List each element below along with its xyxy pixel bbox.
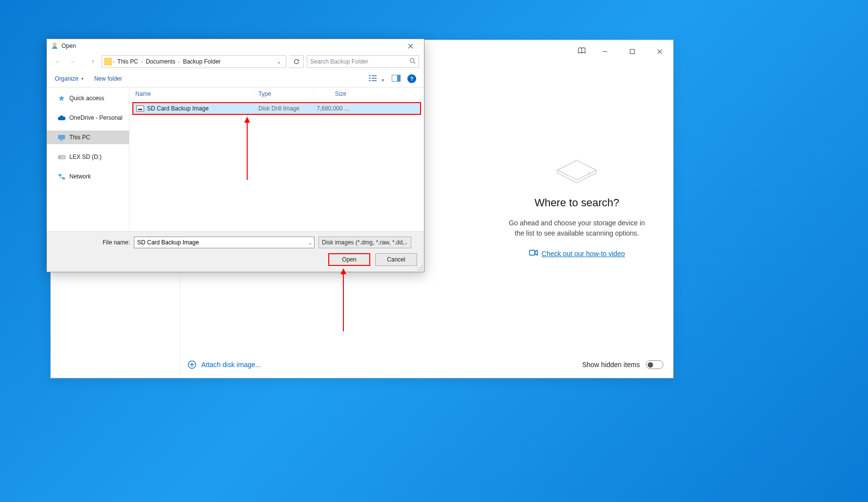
svg-rect-23 (60, 140, 63, 141)
breadcrumb[interactable]: › This PC › Documents › Backup Folder ⌄ (102, 55, 286, 68)
annotation-arrow-2 (343, 269, 344, 331)
bc-backup[interactable]: Backup Folder (181, 58, 222, 65)
column-size[interactable]: Size (314, 90, 351, 97)
star-icon (58, 94, 65, 102)
dialog-close-button[interactable] (401, 40, 420, 52)
file-row[interactable]: ▬ SD Card Backup Image Disk Drill Image … (132, 102, 421, 115)
organize-button[interactable]: Organize ▼ (55, 75, 85, 82)
plus-circle-icon (188, 360, 196, 369)
network-icon (58, 173, 65, 180)
svg-point-12 (410, 59, 414, 63)
refresh-button[interactable] (289, 55, 304, 68)
minimize-button[interactable] (596, 44, 614, 59)
attach-disk-image-button[interactable]: Attach disk image... (188, 360, 261, 369)
dialog-toolbar: Organize ▼ New folder ▼ ? (47, 70, 424, 87)
svg-rect-26 (59, 174, 62, 176)
sidebar-item-onedrive[interactable]: OneDrive - Personal (47, 111, 129, 125)
chevron-down-icon[interactable]: ⌄ (308, 240, 312, 245)
where-title: Where to search? (534, 196, 619, 209)
cancel-button[interactable]: Cancel (375, 253, 417, 266)
drive-icon (552, 151, 601, 185)
file-type: Disk Drill Image (255, 105, 315, 112)
book-icon[interactable] (577, 46, 586, 57)
sidebar-item-quickaccess[interactable]: Quick access (47, 91, 129, 105)
svg-rect-5 (529, 250, 535, 255)
svg-rect-14 (369, 75, 371, 76)
file-list: Name Type Size ▬ SD Card Backup Image Di… (129, 87, 424, 231)
newfolder-button[interactable]: New folder (94, 75, 122, 82)
svg-rect-19 (372, 80, 377, 81)
svg-rect-15 (372, 75, 377, 76)
search-input[interactable]: Search Backup Folder (307, 55, 419, 68)
view-list-icon[interactable]: ▼ (369, 75, 385, 83)
preview-pane-icon[interactable] (392, 75, 401, 83)
dialog-footer: File name: SD Card Backup Image ⌄ Disk i… (47, 231, 424, 272)
howto-link[interactable]: Check out our how-to video (542, 250, 625, 258)
file-size: 7,680,000 ... (315, 105, 349, 112)
search-icon (409, 58, 416, 65)
file-name: SD Card Backup Image (147, 105, 209, 112)
svg-point-33 (418, 269, 419, 270)
svg-point-28 (422, 265, 423, 266)
dialog-nav: ← → ↑ › This PC › Documents › Backup Fol… (47, 53, 424, 70)
annotation-arrow-1 (247, 117, 248, 180)
help-icon[interactable]: ? (407, 74, 416, 83)
bc-thispc[interactable]: This PC (115, 58, 140, 65)
svg-rect-16 (369, 78, 371, 79)
nav-back-button[interactable]: ← (52, 56, 64, 67)
svg-rect-17 (372, 78, 377, 79)
dialog-sidebar: Quick access OneDrive - Personal This PC… (47, 87, 129, 231)
sidebar-item-network[interactable]: Network (47, 170, 129, 183)
filename-input[interactable]: SD Card Backup Image ⌄ (134, 237, 315, 248)
video-icon (529, 249, 538, 258)
pc-icon (58, 133, 65, 141)
search-placeholder: Search Backup Folder (310, 58, 368, 65)
right-panel: Where to search? Go ahead and choose you… (481, 63, 673, 378)
filetype-filter[interactable]: Disk images (*.dmg, *.raw, *.dd, ⌄ (318, 237, 411, 248)
svg-line-13 (414, 62, 415, 64)
svg-rect-25 (59, 156, 61, 158)
show-hidden-toggle[interactable] (646, 360, 663, 369)
diskimage-icon: ▬ (136, 106, 144, 111)
sidebar-item-lexsd[interactable]: LEX SD (D:) (47, 150, 129, 164)
nav-up-button[interactable]: ↑ (87, 56, 99, 67)
svg-point-30 (420, 267, 421, 268)
svg-point-32 (420, 269, 421, 270)
attach-label: Attach disk image... (201, 361, 261, 369)
svg-point-4 (588, 173, 590, 175)
breadcrumb-dropdown[interactable]: ⌄ (274, 58, 284, 65)
sd-icon (58, 153, 65, 161)
svg-rect-18 (369, 80, 371, 81)
cloud-icon (58, 114, 65, 122)
close-button[interactable] (651, 44, 668, 59)
folder-icon (104, 58, 112, 65)
svg-point-29 (422, 267, 423, 268)
maximize-button[interactable] (623, 44, 641, 59)
dialog-titlebar: Open (47, 39, 424, 53)
svg-rect-21 (397, 75, 401, 81)
nav-forward-button[interactable]: → (66, 56, 78, 67)
svg-point-9 (53, 43, 57, 46)
svg-rect-27 (62, 177, 65, 179)
filename-label: File name: (54, 239, 130, 246)
open-dialog: Open ← → ↑ › This PC › Documents › Backu… (46, 39, 424, 272)
sidebar-item-thispc[interactable]: This PC (47, 131, 129, 144)
column-type[interactable]: Type (254, 90, 314, 97)
column-name[interactable]: Name (129, 90, 254, 97)
svg-rect-1 (630, 49, 635, 54)
app-icon (51, 42, 59, 50)
open-button[interactable]: Open (328, 253, 370, 266)
svg-rect-22 (58, 135, 65, 139)
where-desc: Go ahead and choose your storage device … (506, 218, 648, 239)
bc-documents[interactable]: Documents (144, 58, 177, 65)
dialog-title: Open (62, 43, 76, 49)
resize-grip[interactable] (417, 265, 423, 271)
hidden-label: Show hidden items (582, 361, 640, 369)
svg-point-31 (422, 269, 423, 270)
